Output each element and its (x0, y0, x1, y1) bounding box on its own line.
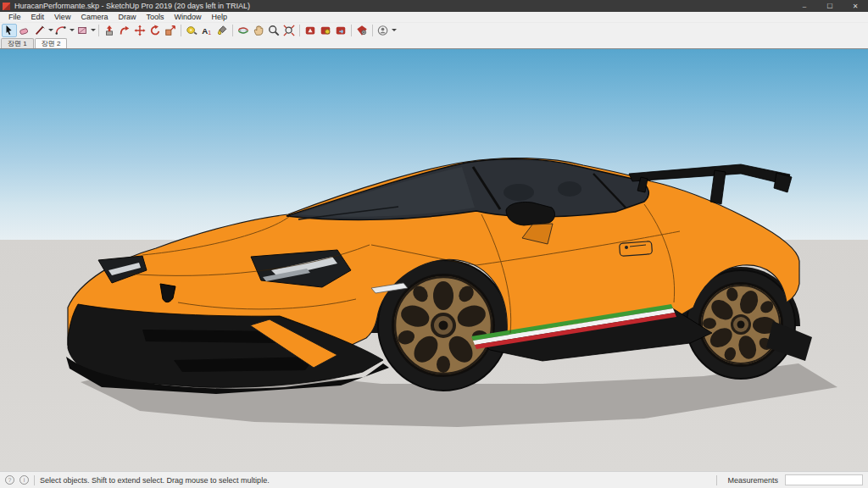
text-icon: A1 (201, 25, 213, 36)
follow-me-icon (119, 25, 131, 36)
toolbar-separator (299, 25, 300, 36)
line-icon (34, 25, 46, 36)
tool-push-pull-button[interactable] (102, 24, 117, 37)
status-hint: Select objects. Shift to extend select. … (40, 476, 711, 485)
tool-share-model-button[interactable] (318, 24, 333, 37)
pan-icon (253, 25, 264, 36)
select-icon (3, 25, 15, 36)
toolbar: A1 (0, 23, 868, 37)
viewport-canvas[interactable] (0, 48, 868, 471)
paint-bucket-icon (216, 25, 228, 36)
share-model-icon (320, 25, 331, 36)
tool-text-button[interactable]: A1 (199, 24, 214, 37)
tool-line-dropdown[interactable] (47, 24, 53, 37)
tool-3d-warehouse-button[interactable] (303, 24, 318, 37)
tool-arc-dropdown[interactable] (69, 24, 75, 37)
measurements-label: Measurements (727, 476, 778, 485)
arc-icon (55, 25, 67, 36)
tool-sign-in-button[interactable] (376, 24, 391, 37)
tool-select-button[interactable] (2, 24, 17, 37)
maximize-button[interactable]: ☐ (817, 0, 843, 12)
menu-view[interactable]: View (49, 12, 75, 23)
toolbar-separator (232, 25, 233, 36)
tool-follow-me-button[interactable] (117, 24, 132, 37)
huracan-model[interactable] (0, 49, 868, 471)
tool-orbit-button[interactable] (236, 24, 251, 37)
svg-text:A: A (202, 25, 208, 35)
toolbar-separator (351, 25, 352, 36)
menu-file[interactable]: File (3, 12, 26, 23)
scale-icon (164, 25, 176, 36)
measurements-input[interactable] (785, 474, 863, 485)
toolbar-separator (181, 25, 181, 36)
3d-warehouse-icon (304, 25, 316, 36)
help-icon[interactable]: i (19, 475, 29, 485)
eraser-icon (19, 25, 31, 36)
zoom-icon (268, 25, 280, 36)
orbit-icon (237, 25, 249, 36)
rotate-icon (149, 25, 161, 36)
sign-in-icon (377, 25, 389, 36)
tool-rotate-button[interactable] (147, 24, 163, 37)
svg-text:1: 1 (208, 29, 211, 35)
toolbar-separator (372, 25, 373, 36)
menu-tools[interactable]: Tools (141, 12, 169, 23)
tool-move-button[interactable] (132, 24, 147, 37)
sketchup-logo-icon (3, 3, 10, 10)
status-bar: ? i Select objects. Shift to extend sele… (0, 471, 868, 488)
menu-help[interactable]: Help (206, 12, 232, 23)
tape-measure-icon (186, 25, 198, 36)
tool-share-component-button[interactable] (333, 24, 348, 37)
geolocate-icon[interactable]: ? (5, 475, 14, 485)
minimize-button[interactable]: – (792, 0, 817, 12)
sketchup-window: HuracanPerformante.skp - SketchUp Pro 20… (0, 0, 868, 488)
tool-extension-warehouse-button[interactable] (354, 24, 370, 37)
share-component-icon (335, 25, 347, 36)
tool-zoom-button[interactable] (266, 24, 281, 37)
menu-window[interactable]: Window (169, 12, 206, 23)
tool-paint-bucket-button[interactable] (214, 24, 230, 37)
menu-bar: FileEditViewCameraDrawToolsWindowHelp (0, 12, 868, 23)
menu-edit[interactable]: Edit (26, 12, 50, 23)
title-bar: HuracanPerformante.skp - SketchUp Pro 20… (0, 0, 868, 12)
menu-draw[interactable]: Draw (113, 12, 141, 23)
rectangle-icon (76, 25, 88, 36)
tool-pan-button[interactable] (251, 24, 266, 37)
close-button[interactable]: ✕ (843, 0, 868, 12)
scene-tab-bar: 장면 1장면 2 (0, 37, 868, 48)
tool-tape-measure-button[interactable] (184, 24, 199, 37)
zoom-extents-icon (283, 25, 295, 36)
window-title: HuracanPerformante.skp - SketchUp Pro 20… (14, 0, 792, 12)
tool-zoom-extents-button[interactable] (281, 24, 297, 37)
toolbar-separator (98, 25, 99, 36)
tool-eraser-button[interactable] (17, 24, 32, 37)
tool-rectangle-dropdown[interactable] (90, 24, 96, 37)
tool-rectangle-button[interactable] (75, 24, 90, 37)
tool-scale-button[interactable] (163, 24, 178, 37)
scene-tab-1[interactable]: 장면 1 (1, 38, 34, 48)
tool-sign-in-dropdown[interactable] (391, 24, 397, 37)
tool-line-button[interactable] (32, 24, 47, 37)
scene-tab-2[interactable]: 장면 2 (35, 38, 68, 48)
extension-warehouse-icon (356, 25, 368, 36)
menu-camera[interactable]: Camera (75, 12, 113, 23)
tool-arc-button[interactable] (53, 24, 69, 37)
move-icon (134, 25, 146, 36)
push-pull-icon (103, 25, 115, 36)
